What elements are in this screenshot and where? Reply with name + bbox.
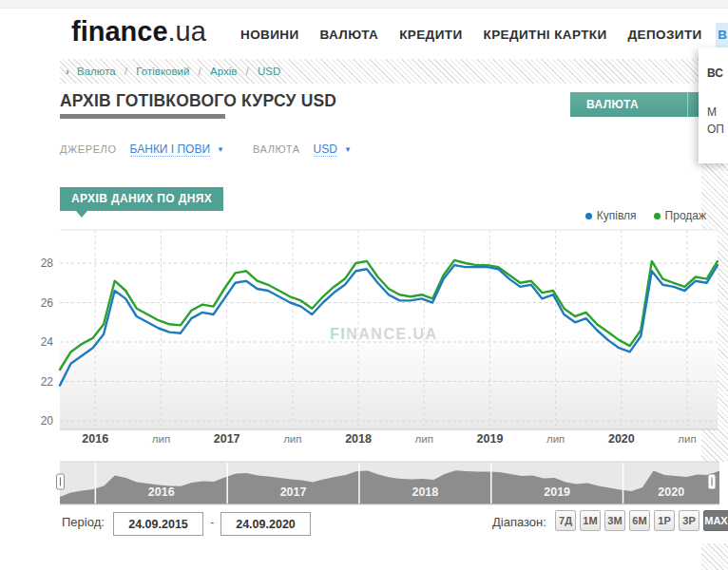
breadcrumb-separator: / xyxy=(125,66,127,77)
watermark-prefix: FI xyxy=(330,326,346,342)
dropdown-item[interactable]: ВС xyxy=(707,66,728,80)
period-dash: - xyxy=(210,515,214,529)
period-from-input[interactable] xyxy=(113,512,203,536)
range-button-7d[interactable]: 7Д xyxy=(555,510,576,531)
menu-dropdown-panel: ВС М ОП xyxy=(699,48,728,163)
badge-tail xyxy=(76,211,87,218)
logo-text-light: .ua xyxy=(168,16,206,47)
currency-select[interactable]: USD xyxy=(314,142,337,157)
filter-row: ДЖЕРЕЛО БАНКИ І ПОВИ ▼ ВАЛЮТА USD ▼ xyxy=(60,142,380,157)
breadcrumb-item-cash[interactable]: Готівковий xyxy=(136,66,189,77)
y-axis-label: 20 xyxy=(41,414,54,428)
site-logo[interactable]: finance.ua xyxy=(71,15,206,48)
range-button-group: 7Д 1М 3М 6М 1Р 3Р MAX xyxy=(555,510,728,531)
x-axis-month-label: лип xyxy=(546,433,565,445)
chevron-down-icon[interactable]: ▼ xyxy=(217,145,224,154)
x-axis-month-label: лип xyxy=(283,433,301,445)
x-axis-year-label: 2017 xyxy=(214,432,240,446)
x-axis-month-label: лип xyxy=(152,433,170,445)
bottom-right-hatch xyxy=(701,543,728,570)
menu-item-credit-cards[interactable]: КРЕДИТНІ КАРТКИ xyxy=(484,28,607,42)
x-axis-month-label: лип xyxy=(678,433,696,445)
main-menu: НОВИНИ ВАЛЮТА КРЕДИТИ КРЕДИТНІ КАРТКИ ДЕ… xyxy=(240,28,702,42)
range-button-1y[interactable]: 1Р xyxy=(654,510,675,531)
chart-section-badge: АРХІВ ДАНИХ ПО ДНЯХ xyxy=(60,187,223,211)
breadcrumb-separator: / xyxy=(199,66,201,77)
x-axis-year-label: 2019 xyxy=(477,432,504,446)
sell-dot-icon xyxy=(654,213,661,219)
legend-label-buy: Купівля xyxy=(597,209,637,222)
breadcrumb-item-archive[interactable]: Архів xyxy=(210,66,237,77)
navigator-year-label: 2018 xyxy=(412,485,438,499)
navigator-year-label: 2017 xyxy=(280,485,307,499)
logo-text-bold: finance xyxy=(71,16,168,47)
menu-item-currency[interactable]: ВАЛЮТА xyxy=(320,28,379,42)
breadcrumb-item-usd[interactable]: USD xyxy=(258,66,280,77)
menu-item-credits[interactable]: КРЕДИТИ xyxy=(399,28,462,42)
tab-currency[interactable]: ВАЛЮТА xyxy=(570,92,700,117)
range-button-1m[interactable]: 1М xyxy=(580,510,601,531)
finance-ua-watermark: FINANCE.UA xyxy=(330,326,438,343)
menu-item-deposits[interactable]: ДЕПОЗИТИ xyxy=(628,28,702,42)
title-underline xyxy=(60,114,225,119)
y-axis-label: 26 xyxy=(41,296,54,310)
range-button-3m[interactable]: 3М xyxy=(604,510,625,531)
navigator-year-label: 2016 xyxy=(148,485,175,499)
range-navigator[interactable]: 20162017201820192020 xyxy=(0,461,728,505)
legend-item-buy[interactable]: Купівля xyxy=(585,209,637,222)
navigator-year-label: 2019 xyxy=(544,485,570,499)
source-select[interactable]: БАНКИ І ПОВИ xyxy=(130,142,211,157)
period-to-input[interactable] xyxy=(220,512,311,536)
range-button-3y[interactable]: 3Р xyxy=(679,510,699,531)
period-label: Період: xyxy=(62,515,105,529)
top-strip xyxy=(0,0,728,9)
page-title: АРХІВ ГОТІВКОВОГО КУРСУ USD xyxy=(60,91,336,111)
navigator-year-label: 2020 xyxy=(658,485,684,499)
y-axis-label: 22 xyxy=(41,375,54,389)
x-axis-year-label: 2016 xyxy=(82,432,108,446)
legend-label-sell: Продаж xyxy=(665,209,706,222)
currency-label: ВАЛЮТА xyxy=(253,143,300,155)
chevron-down-icon[interactable]: ▼ xyxy=(344,145,352,154)
source-label: ДЖЕРЕЛО xyxy=(60,143,117,155)
y-axis-label: 24 xyxy=(41,335,54,349)
x-axis-month-label: лип xyxy=(415,433,433,445)
range-button-max[interactable]: MAX xyxy=(703,510,728,531)
breadcrumb-separator: / xyxy=(246,66,249,77)
breadcrumb-arrow-icon: › xyxy=(66,66,69,77)
menu-item-highlighted-partial[interactable]: В xyxy=(716,23,728,48)
tab-separator xyxy=(687,92,688,117)
breadcrumb-item-currency[interactable]: Валюта xyxy=(77,66,116,77)
range-button-6m[interactable]: 6М xyxy=(629,510,650,531)
range-label: Діапазон: xyxy=(492,515,546,529)
buy-dot-icon xyxy=(585,213,592,219)
x-axis-year-label: 2020 xyxy=(608,432,635,446)
menu-item-news[interactable]: НОВИНИ xyxy=(240,28,299,42)
breadcrumb: › Валюта / Готівковий / Архів / USD xyxy=(60,59,700,84)
watermark-rest: NANCE.UA xyxy=(346,326,437,342)
dropdown-item[interactable]: ОП xyxy=(707,123,728,136)
chart-legend: Купівля Продаж xyxy=(585,209,706,222)
x-axis-year-label: 2018 xyxy=(345,432,372,446)
y-axis-label: 28 xyxy=(41,256,54,270)
legend-item-sell[interactable]: Продаж xyxy=(654,209,706,222)
dropdown-item[interactable]: М xyxy=(707,105,728,119)
